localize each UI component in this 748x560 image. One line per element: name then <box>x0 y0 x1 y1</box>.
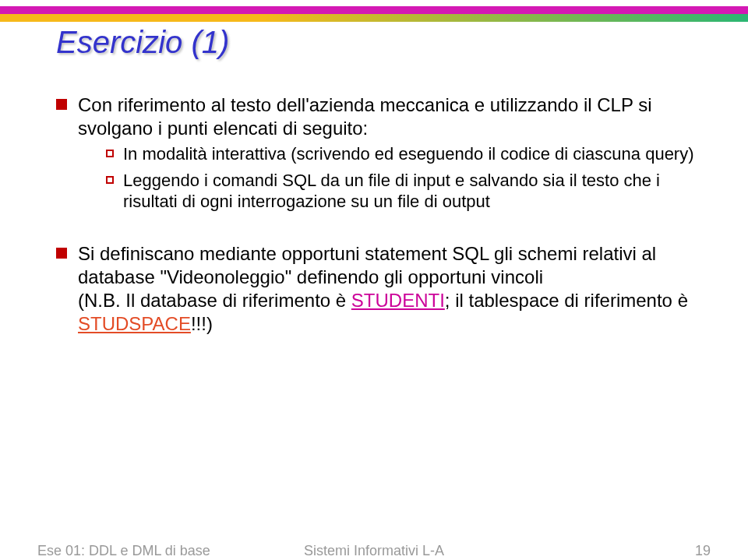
top-rule-gradient <box>0 14 748 22</box>
db-reference-link: STUDENTI <box>351 290 445 311</box>
tablespace-reference-link: STUDSPACE <box>78 313 191 334</box>
top-rule-magenta <box>0 6 748 14</box>
bullet-text: Si definiscano mediante opportuni statem… <box>78 243 656 287</box>
sub-bullet-1a: In modalità interattiva (scrivendo ed es… <box>106 143 698 165</box>
slide-content: Con riferimento al testo dell'azienda me… <box>56 93 698 342</box>
sub-bullet-1b: Leggendo i comandi SQL da un file di inp… <box>106 170 698 213</box>
slide: Esercizio (1) Con riferimento al testo d… <box>0 0 748 560</box>
slide-title: Esercizio (1) <box>56 25 229 60</box>
bullet-text: Leggendo i comandi SQL da un file di inp… <box>123 171 660 212</box>
bullet-text: In modalità interattiva (scrivendo ed es… <box>123 144 694 164</box>
nb-mid: ; il tablespace di riferimento è <box>445 290 688 311</box>
page-number: 19 <box>695 543 711 559</box>
footer-center: Sistemi Informativi L-A <box>304 543 444 559</box>
bullet-main-1: Con riferimento al testo dell'azienda me… <box>56 93 698 213</box>
nb-prefix: (N.B. Il database di riferimento è <box>78 290 351 311</box>
nb-suffix: !!!) <box>191 313 213 334</box>
bullet-main-2: Si definiscano mediante opportuni statem… <box>56 242 698 336</box>
footer-left: Ese 01: DDL e DML di base <box>37 543 210 559</box>
bullet-text: Con riferimento al testo dell'azienda me… <box>78 94 652 139</box>
